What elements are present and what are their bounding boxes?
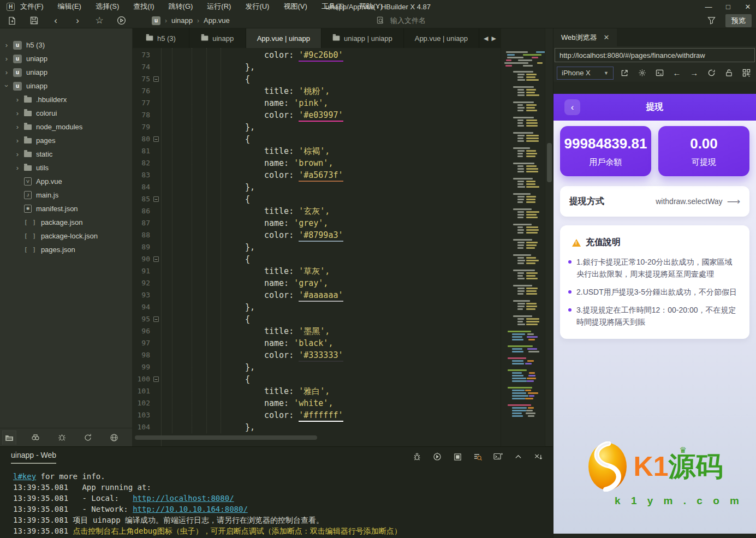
line-number[interactable]: 87 xyxy=(133,217,150,229)
chevron-right-icon[interactable]: › xyxy=(3,68,10,76)
chevron-right-icon[interactable]: › xyxy=(3,41,10,49)
tree-item-App.vue[interactable]: VApp.vue xyxy=(0,175,132,188)
editor-tab-h5_(3)[interactable]: h5 (3) xyxy=(133,28,189,48)
files-panel-icon[interactable] xyxy=(2,431,16,445)
editor-tab-App.vue-uniapp[interactable]: App.vue | uniapp xyxy=(404,28,479,48)
menu-跳转G[interactable]: 跳转(G) xyxy=(169,2,193,11)
menu-选择S[interactable]: 选择(S) xyxy=(96,2,119,11)
file-search-input[interactable]: 输入文件名 xyxy=(377,16,699,26)
fold-marker-icon[interactable]: − xyxy=(153,136,159,142)
tree-item-manifest.json[interactable]: ✱manifest.json xyxy=(0,202,132,216)
fold-marker-icon[interactable]: − xyxy=(153,196,159,202)
line-number[interactable]: 78 xyxy=(133,109,150,121)
preview-button[interactable]: 预览 xyxy=(725,14,752,27)
editor-tab-uinapp[interactable]: uinapp xyxy=(189,28,246,48)
restart-icon[interactable] xyxy=(431,451,443,463)
open-external-icon[interactable] xyxy=(618,67,631,80)
tree-item-main.js[interactable]: Jmain.js xyxy=(0,188,132,202)
line-number[interactable]: 94 xyxy=(133,301,150,313)
line-number[interactable]: 74 xyxy=(133,61,150,73)
chevron-right-icon[interactable]: › xyxy=(3,55,10,63)
breadcrumb-file[interactable]: App.vue xyxy=(204,16,230,25)
browser-forward-icon[interactable]: → xyxy=(688,67,700,80)
console-link[interactable]: http://10.10.10.164:8080/ xyxy=(133,505,248,513)
run-icon[interactable] xyxy=(116,15,127,26)
code-minimap[interactable] xyxy=(501,28,545,446)
withdraw-way-row[interactable]: 提現方式 withdraw.selectWay ⟶ xyxy=(560,186,749,217)
web-panel-icon[interactable] xyxy=(107,431,121,445)
line-number[interactable]: 103 xyxy=(133,409,150,421)
line-number[interactable]: 76 xyxy=(133,85,150,97)
line-number[interactable]: 88 xyxy=(133,229,150,241)
line-number[interactable]: 99 xyxy=(133,361,150,373)
tree-item-package-lock.json[interactable]: [ ]package-lock.json xyxy=(0,229,132,243)
line-number[interactable]: 83 xyxy=(133,169,150,181)
horizontal-scrollbar[interactable] xyxy=(135,435,317,440)
tree-item-uniapp[interactable]: ›uuniapp xyxy=(0,52,132,65)
tree-item-node_modules[interactable]: ›node_modules xyxy=(0,120,132,134)
breadcrumb-project[interactable]: uinapp xyxy=(171,16,193,25)
line-number[interactable]: 75 xyxy=(133,73,150,85)
code-area[interactable]: 73color: '#9c26b0'74},75−{76title: '桃粉',… xyxy=(133,48,501,446)
menu-视图V[interactable]: 视图(V) xyxy=(283,2,307,11)
line-number[interactable]: 104 xyxy=(133,421,150,433)
minimize-button[interactable]: — xyxy=(705,3,712,11)
line-number[interactable]: 90 xyxy=(133,253,150,265)
line-number[interactable]: 84 xyxy=(133,181,150,193)
tree-item-colorui[interactable]: ›colorui xyxy=(0,106,132,120)
fold-marker-icon[interactable]: − xyxy=(153,376,159,382)
new-terminal-icon[interactable] xyxy=(492,451,504,463)
line-number[interactable]: 102 xyxy=(133,397,150,409)
forward-icon[interactable]: › xyxy=(72,15,83,26)
favorite-star-icon[interactable]: ☆ xyxy=(94,15,105,26)
line-number[interactable]: 89 xyxy=(133,241,150,253)
line-number[interactable]: 98 xyxy=(133,349,150,361)
editor-tab-App.vue-uinapp[interactable]: App.vue | uinapp xyxy=(246,28,322,48)
tree-item-uniapp[interactable]: ›uuniapp xyxy=(0,65,132,79)
save-icon[interactable] xyxy=(28,15,39,26)
chevron-right-icon[interactable]: › xyxy=(14,123,21,131)
tree-item-utils[interactable]: ›utils xyxy=(0,161,132,175)
line-number[interactable]: 73 xyxy=(133,49,150,61)
chevron-right-icon[interactable]: › xyxy=(14,150,21,158)
close-button[interactable]: ✕ xyxy=(744,3,752,11)
menu-文件F[interactable]: 文件(F) xyxy=(20,2,44,11)
qr-code-icon[interactable] xyxy=(740,67,753,80)
balance-card-可提現[interactable]: 0.00可提現 xyxy=(658,126,749,176)
console-link[interactable]: http://localhost:8080/ xyxy=(133,494,234,503)
tree-item-uinapp[interactable]: ›uuinapp xyxy=(0,79,132,93)
line-number[interactable]: 91 xyxy=(133,265,150,277)
line-number[interactable]: 77 xyxy=(133,97,150,109)
console-terminal-icon[interactable] xyxy=(653,67,666,80)
chevron-right-icon[interactable]: › xyxy=(14,164,21,172)
console-link[interactable]: l#key xyxy=(13,472,36,481)
menu-运行R[interactable]: 运行(R) xyxy=(207,2,231,11)
line-number[interactable]: 101 xyxy=(133,385,150,397)
menu-查找I[interactable]: 查找(I) xyxy=(133,2,154,11)
tree-item-pages[interactable]: ›pages xyxy=(0,134,132,147)
tabs-right-icon[interactable]: ▶ xyxy=(492,35,496,42)
line-number[interactable]: 95 xyxy=(133,313,150,325)
tree-item-static[interactable]: ›static xyxy=(0,147,132,161)
tree-item-h5 (3)[interactable]: ›uh5 (3) xyxy=(0,38,132,52)
collapse-panel-icon[interactable] xyxy=(512,451,524,463)
new-file-icon[interactable] xyxy=(7,15,17,26)
browser-back-icon[interactable]: ← xyxy=(671,67,683,80)
filter-funnel-icon[interactable] xyxy=(706,15,717,26)
url-input[interactable]: http://localhost:8080/#/pages/finance/wi… xyxy=(555,48,755,62)
tree-item-pages.json[interactable]: [ ]pages.json xyxy=(0,243,132,256)
chevron-right-icon[interactable]: › xyxy=(14,109,21,117)
reload-icon[interactable] xyxy=(705,67,718,80)
maximize-button[interactable]: □ xyxy=(724,3,732,11)
line-number[interactable]: 80 xyxy=(133,133,150,145)
line-number[interactable]: 93 xyxy=(133,289,150,301)
line-number[interactable]: 96 xyxy=(133,325,150,337)
debug-panel-icon[interactable] xyxy=(55,431,69,445)
search-log-icon[interactable] xyxy=(472,451,484,463)
console-output[interactable]: l#key for more info.13:39:35.081 App run… xyxy=(0,468,553,536)
lock-icon[interactable] xyxy=(723,67,735,80)
tree-item-package.json[interactable]: [ ]package.json xyxy=(0,216,132,229)
back-icon[interactable]: ‹ xyxy=(50,15,61,26)
settings-gear-icon[interactable] xyxy=(636,67,648,80)
debug-bug-icon[interactable] xyxy=(411,451,423,463)
